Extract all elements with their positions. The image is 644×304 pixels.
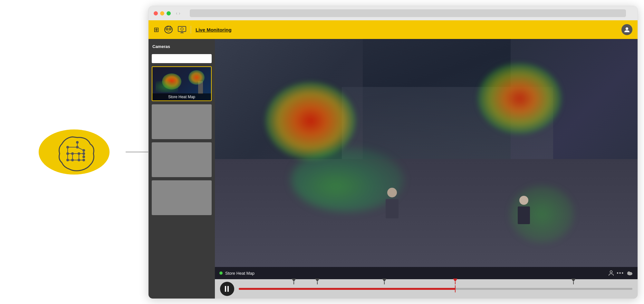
maximize-button[interactable] xyxy=(167,11,171,15)
svg-point-18 xyxy=(71,159,74,161)
browser-window: ‹ › ⊞ Live Monitoring xyxy=(148,6,638,299)
svg-point-19 xyxy=(78,159,80,161)
store-floor xyxy=(215,159,638,279)
timeline-track[interactable] xyxy=(239,288,632,290)
camera-icon[interactable] xyxy=(178,26,186,33)
main-content: Store Heat Map ••• xyxy=(215,39,638,299)
svg-point-13 xyxy=(66,152,69,155)
cloud-icon[interactable] xyxy=(627,271,633,276)
video-display: Store Heat Map ••• xyxy=(215,39,638,279)
timeline-marker-3 xyxy=(382,279,387,284)
svg-point-30 xyxy=(610,271,612,273)
timeline-marker-1 xyxy=(292,279,296,284)
svg-point-20 xyxy=(82,156,85,158)
playback-bar xyxy=(215,279,638,299)
app-header: ⊞ Live Monitoring xyxy=(149,20,638,39)
camera-1-label: Store Heat Map xyxy=(152,93,211,100)
timeline-progress xyxy=(239,288,455,290)
more-options-icon[interactable]: ••• xyxy=(617,270,624,276)
timeline-cursor xyxy=(455,285,456,292)
svg-point-9 xyxy=(66,146,69,148)
video-background xyxy=(215,39,638,279)
svg-point-29 xyxy=(626,27,628,30)
video-icons: ••• xyxy=(608,270,633,276)
header-title[interactable]: Live Monitoring xyxy=(196,27,232,33)
svg-point-15 xyxy=(71,152,74,155)
owl-icon[interactable] xyxy=(164,25,173,34)
camera-thumbnail-1[interactable]: Store Heat Map xyxy=(152,66,212,101)
camera-search-input[interactable] xyxy=(152,54,212,63)
brain-oval xyxy=(39,129,110,175)
app-body: Cameras Store Heat Map xyxy=(149,39,638,299)
sidebar: Cameras Store Heat Map xyxy=(149,39,215,299)
grid-icon[interactable]: ⊞ xyxy=(154,26,159,33)
svg-point-14 xyxy=(82,152,85,155)
camera-thumbnail-2[interactable] xyxy=(152,104,212,139)
address-bar[interactable] xyxy=(190,9,626,17)
user-avatar[interactable] xyxy=(621,24,632,35)
svg-point-12 xyxy=(82,149,85,152)
svg-point-11 xyxy=(76,141,79,144)
browser-chrome: ‹ › xyxy=(149,6,638,20)
svg-point-28 xyxy=(181,28,183,30)
svg-point-17 xyxy=(66,159,69,161)
svg-point-26 xyxy=(170,29,171,30)
svg-point-21 xyxy=(82,159,85,161)
person-silhouette-1 xyxy=(384,188,400,226)
heatmap-overlay-2 xyxy=(478,63,562,134)
timeline-marker-5 xyxy=(571,279,576,284)
person-silhouette-2 xyxy=(516,196,532,231)
svg-point-25 xyxy=(167,29,168,30)
person-icon[interactable] xyxy=(608,270,614,276)
back-arrow[interactable]: ‹ xyxy=(176,11,178,16)
sidebar-title: Cameras xyxy=(152,43,212,51)
camera-name-label: Store Heat Map xyxy=(225,271,608,276)
svg-point-16 xyxy=(78,152,80,155)
svg-point-10 xyxy=(76,146,79,148)
forward-arrow[interactable]: › xyxy=(179,11,180,16)
live-indicator xyxy=(219,271,223,275)
svg-rect-27 xyxy=(178,26,186,32)
camera-thumbnail-4[interactable] xyxy=(152,180,212,215)
brain-logo xyxy=(39,129,110,175)
traffic-lights xyxy=(154,11,171,15)
timeline-marker-4 xyxy=(453,279,457,284)
pause-button[interactable] xyxy=(220,282,234,296)
nav-arrows: ‹ › xyxy=(176,11,180,16)
brain-icon xyxy=(42,131,106,173)
timeline[interactable] xyxy=(239,283,632,295)
left-section xyxy=(0,0,148,304)
timeline-marker-2 xyxy=(315,279,320,284)
minimize-button[interactable] xyxy=(160,11,164,15)
close-button[interactable] xyxy=(154,11,158,15)
camera-thumbnail-3[interactable] xyxy=(152,142,212,177)
svg-point-33 xyxy=(630,272,632,275)
video-info-bar: Store Heat Map ••• xyxy=(215,267,638,279)
header-divider xyxy=(191,26,191,33)
